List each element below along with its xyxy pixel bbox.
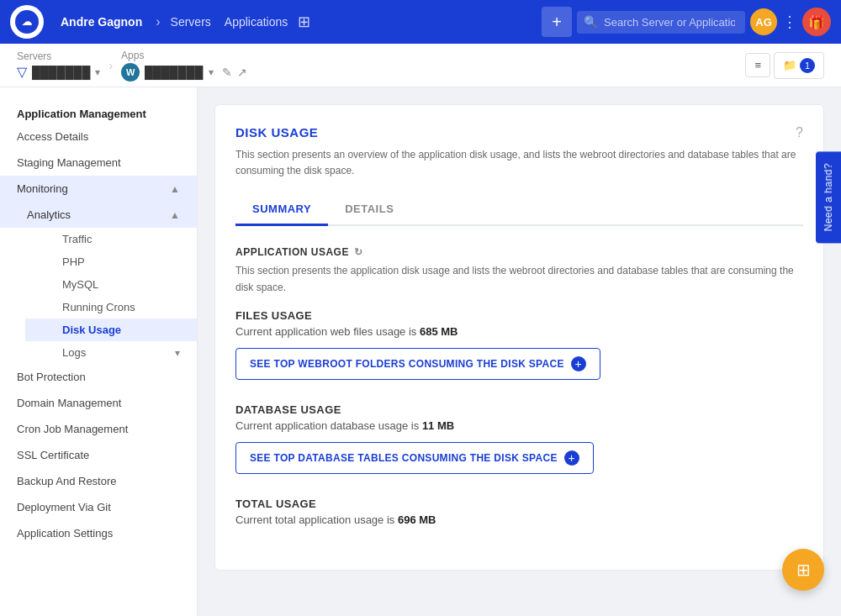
help-sidebar[interactable]: Need a hand? <box>816 151 841 243</box>
main-layout: Application Management Access Details St… <box>0 87 841 616</box>
gift-icon[interactable]: 🎁 <box>802 8 831 36</box>
total-usage-value: Current total application usage is 696 M… <box>235 513 803 526</box>
servers-link[interactable]: Servers <box>164 15 218 29</box>
servers-breadcrumb-label: Servers <box>17 50 100 62</box>
server-breadcrumb: Servers ▽ ███████ ▾ <box>17 50 100 80</box>
applications-link[interactable]: Applications <box>218 15 295 29</box>
database-usage-label: DATABASE USAGE <box>235 403 803 416</box>
sidebar-heading: Application Management <box>0 101 197 124</box>
sidebar-item-domain-management[interactable]: Domain Management <box>0 390 197 416</box>
files-usage-label: FILES USAGE <box>235 309 803 322</box>
add-button[interactable]: + <box>542 7 572 37</box>
tabs: SUMMARY DETAILS <box>235 196 803 226</box>
breadcrumb-right-actions: ≡ 📁 1 <box>745 52 824 79</box>
analytics-subitems: Traffic PHP MySQL Running Crons Disk Usa… <box>0 228 197 364</box>
total-usage-block: TOTAL USAGE Current total application us… <box>235 498 803 526</box>
server-name: ███████ <box>32 66 90 79</box>
sidebar: Application Management Access Details St… <box>0 87 198 616</box>
sidebar-item-traffic[interactable]: Traffic <box>25 228 197 250</box>
edit-icon[interactable]: ✎ <box>222 66 232 79</box>
page-description: This section presents an overview of the… <box>235 147 803 179</box>
folder-icon: 📁 <box>783 59 796 71</box>
fab-button[interactable]: ⊞ <box>782 549 824 591</box>
files-usage-value: Current application web files usage is 6… <box>235 325 803 338</box>
sidebar-item-mysql[interactable]: MySQL <box>25 273 197 296</box>
app-dropdown[interactable]: ▾ <box>209 66 214 78</box>
wordpress-icon: W <box>121 63 140 82</box>
chevron-up-icon: ▲ <box>170 183 180 195</box>
sidebar-item-logs[interactable]: Logs ▾ <box>25 341 197 364</box>
sidebar-item-ssl-certificate[interactable]: SSL Certificate <box>0 442 197 468</box>
help-icon[interactable]: ? <box>796 125 803 140</box>
more-options-icon[interactable]: ⋮ <box>782 13 797 31</box>
plus-circle-icon: + <box>571 356 586 371</box>
application-usage-section: APPLICATION USAGE ↻ This section present… <box>235 246 803 525</box>
nav-arrow: › <box>156 14 160 29</box>
sidebar-item-disk-usage[interactable]: Disk Usage <box>25 319 197 341</box>
total-usage-label: TOTAL USAGE <box>235 498 803 510</box>
app-breadcrumb: Apps W ███████ ▾ ✎ ↗ <box>121 50 246 82</box>
refresh-icon[interactable]: ↻ <box>354 246 363 258</box>
breadcrumb-bar: Servers ▽ ███████ ▾ › Apps W ███████ ▾ ✎… <box>0 44 841 87</box>
sidebar-item-monitoring[interactable]: Monitoring ▲ <box>0 176 197 202</box>
apps-breadcrumb-label: Apps <box>121 50 246 61</box>
user-name[interactable]: Andre Gagnon <box>50 15 152 29</box>
disk-usage-header: DISK USAGE ? <box>235 125 803 140</box>
page-title: DISK USAGE <box>235 125 318 140</box>
server-icon: ▽ <box>17 64 27 80</box>
grid-icon[interactable]: ⊞ <box>298 13 310 31</box>
logo[interactable]: ☁ <box>10 5 44 39</box>
list-view-button[interactable]: ≡ <box>745 53 770 77</box>
sidebar-item-cron-job-management[interactable]: Cron Job Management <box>0 416 197 442</box>
badge-count: 1 <box>800 58 815 73</box>
logo-inner: ☁ <box>15 10 39 34</box>
section-title: APPLICATION USAGE ↻ <box>235 246 803 258</box>
avatar[interactable]: AG <box>750 8 777 35</box>
folder-view-button[interactable]: 📁 1 <box>774 52 824 79</box>
content-card: DISK USAGE ? This section presents an ov… <box>214 104 824 571</box>
server-dropdown[interactable]: ▾ <box>95 66 100 78</box>
main-content: DISK USAGE ? This section presents an ov… <box>198 87 841 616</box>
sidebar-item-staging-management[interactable]: Staging Management <box>0 150 197 176</box>
sidebar-item-access-details[interactable]: Access Details <box>0 124 197 150</box>
sidebar-item-backup-restore[interactable]: Backup And Restore <box>0 468 197 494</box>
tab-details[interactable]: DETAILS <box>328 196 410 226</box>
fab-icon: ⊞ <box>796 560 811 580</box>
sidebar-item-analytics[interactable]: Analytics ▲ <box>0 202 197 228</box>
tab-summary[interactable]: SUMMARY <box>235 196 328 226</box>
top-navigation: ☁ Andre Gagnon › Servers Applications ⊞ … <box>0 0 841 44</box>
list-icon: ≡ <box>754 59 761 71</box>
database-usage-value: Current application database usage is 11… <box>235 419 803 432</box>
sidebar-item-application-settings[interactable]: Application Settings <box>0 520 197 546</box>
sidebar-item-deployment-git[interactable]: Deployment Via Git <box>0 494 197 520</box>
section-description: This section presents the application di… <box>235 263 803 295</box>
breadcrumb-separator: › <box>108 59 113 72</box>
search-input[interactable] <box>577 11 745 34</box>
sidebar-item-php[interactable]: PHP <box>25 250 197 273</box>
app-name: ███████ <box>145 66 203 79</box>
files-usage-block: FILES USAGE Current application web file… <box>235 309 803 380</box>
sidebar-item-running-crons[interactable]: Running Crons <box>25 296 197 319</box>
sidebar-item-bot-protection[interactable]: Bot Protection <box>0 364 197 390</box>
plus-circle-db-icon: + <box>564 450 579 466</box>
database-tables-button[interactable]: See Top Database Tables Consuming The Di… <box>235 442 594 474</box>
database-usage-block: DATABASE USAGE Current application datab… <box>235 403 803 474</box>
chevron-up-icon-analytics: ▲ <box>170 209 180 221</box>
external-link-icon[interactable]: ↗ <box>237 66 247 79</box>
webroot-folders-button[interactable]: See Top Webroot Folders Consuming The Di… <box>235 348 600 380</box>
search-container: 🔍 <box>577 11 745 34</box>
chevron-down-icon-logs: ▾ <box>175 347 180 359</box>
